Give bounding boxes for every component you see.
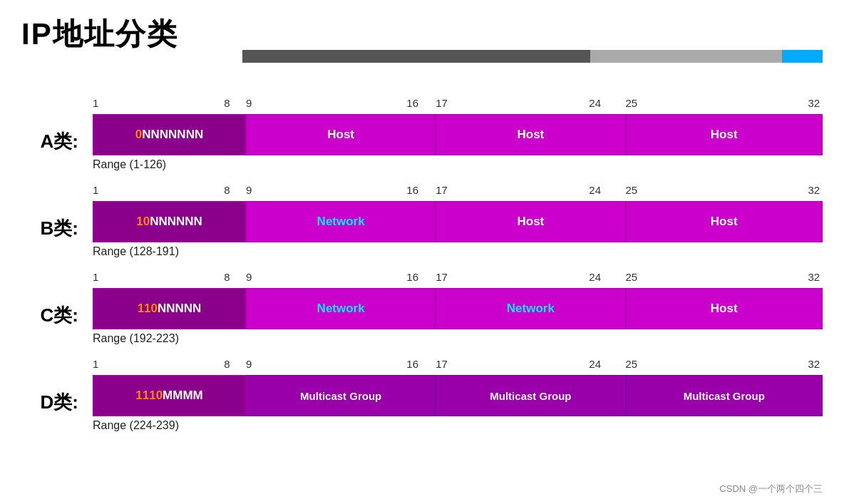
range-label-2: Range (192-223) — [93, 332, 823, 345]
bit-num: 24 — [589, 97, 601, 109]
segment-3-1: Multicast Group — [246, 375, 436, 416]
class-diagram-1: 189161724253210NNNNNNNetworkHostHostRang… — [93, 184, 823, 264]
bit-num: 32 — [808, 97, 820, 109]
bit-num: 8 — [224, 358, 230, 370]
segment-2-0: 110NNNNN — [93, 288, 246, 329]
segment-0-2: Host — [436, 114, 625, 155]
bit-num: 24 — [589, 358, 601, 370]
prefix-text: 110 — [138, 302, 158, 316]
suffix-text: MMMM — [163, 389, 203, 403]
bit-num: 1 — [93, 97, 98, 109]
bit-num: 25 — [626, 184, 638, 196]
segments-row-0: 0NNNNNNNHostHostHost — [93, 114, 823, 155]
class-label-3: D类: — [21, 390, 93, 415]
bit-num: 8 — [224, 97, 230, 109]
bit-num: 16 — [406, 271, 418, 283]
bit-numbers-2: 1891617242532 — [93, 271, 823, 285]
top-bar-dark — [242, 50, 590, 63]
bit-num: 1 — [93, 358, 98, 370]
bit-num: 25 — [626, 358, 638, 370]
bit-num: 1 — [93, 184, 98, 196]
range-label-3: Range (224-239) — [93, 419, 823, 432]
bit-num: 32 — [808, 184, 820, 196]
segment-3-2: Multicast Group — [436, 375, 625, 416]
top-bar-light — [590, 50, 782, 63]
main-content: A类:18916172425320NNNNNNNHostHostHostRang… — [21, 97, 823, 438]
suffix-text: NNNNN — [158, 302, 201, 316]
bit-num: 16 — [406, 184, 418, 196]
bit-num: 25 — [626, 97, 638, 109]
segments-row-3: 1110MMMMMulticast GroupMulticast GroupMu… — [93, 375, 823, 416]
bit-num: 8 — [224, 271, 230, 283]
segment-3-0: 1110MMMM — [93, 375, 246, 416]
segments-row-2: 110NNNNNNetworkNetworkHost — [93, 288, 823, 329]
prefix-text: 1110 — [135, 389, 163, 403]
watermark: CSDN @一个两个四个三 — [719, 483, 823, 495]
segment-1-0: 10NNNNNN — [93, 201, 246, 242]
segment-0-3: Host — [626, 114, 823, 155]
class-label-1: B类: — [21, 216, 93, 241]
suffix-text: NNNNNNN — [142, 128, 203, 142]
segment-2-1: Network — [246, 288, 436, 329]
bit-num: 9 — [246, 358, 252, 370]
bit-numbers-1: 1891617242532 — [93, 184, 823, 198]
top-bar — [242, 50, 823, 63]
top-bar-blue — [782, 50, 823, 63]
segment-3-3: Multicast Group — [626, 375, 823, 416]
page-container: IP地址分类 A类:18916172425320NNNNNNNHostHostH… — [0, 0, 844, 504]
bit-numbers-3: 1891617242532 — [93, 358, 823, 372]
class-diagram-2: 1891617242532110NNNNNNetworkNetworkHostR… — [93, 271, 823, 351]
bit-num: 24 — [589, 271, 601, 283]
range-label-1: Range (128-191) — [93, 245, 823, 258]
class-diagram-0: 18916172425320NNNNNNNHostHostHostRange (… — [93, 97, 823, 177]
class-label-0: A类: — [21, 129, 93, 154]
page-title: IP地址分类 — [21, 14, 823, 54]
bit-num: 16 — [406, 97, 418, 109]
bit-num: 32 — [808, 358, 820, 370]
bit-num: 9 — [246, 97, 252, 109]
bit-num: 9 — [246, 184, 252, 196]
range-label-0: Range (1-126) — [93, 158, 823, 171]
ip-class-section-0: A类:18916172425320NNNNNNNHostHostHostRang… — [21, 97, 823, 177]
segment-0-1: Host — [246, 114, 436, 155]
segment-1-2: Host — [436, 201, 625, 242]
bit-num: 8 — [224, 184, 230, 196]
class-diagram-3: 18916172425321110MMMMMulticast GroupMult… — [93, 358, 823, 438]
bit-num: 16 — [406, 358, 418, 370]
segment-2-2: Network — [436, 288, 625, 329]
prefix-text: 0 — [135, 128, 142, 142]
bit-num: 17 — [436, 271, 448, 283]
segment-1-1: Network — [246, 201, 436, 242]
ip-class-section-3: D类:18916172425321110MMMMMulticast GroupM… — [21, 358, 823, 438]
ip-class-section-2: C类:1891617242532110NNNNNNetworkNetworkHo… — [21, 271, 823, 351]
segments-row-1: 10NNNNNNNetworkHostHost — [93, 201, 823, 242]
bit-num: 25 — [626, 271, 638, 283]
segment-2-3: Host — [626, 288, 823, 329]
bit-num: 24 — [589, 184, 601, 196]
class-label-2: C类: — [21, 303, 93, 328]
bit-num: 1 — [93, 271, 98, 283]
bit-numbers-0: 1891617242532 — [93, 97, 823, 111]
suffix-text: NNNNNN — [150, 215, 202, 229]
bit-num: 9 — [246, 271, 252, 283]
prefix-text: 10 — [136, 215, 150, 229]
bit-num: 17 — [436, 97, 448, 109]
bit-num: 17 — [436, 184, 448, 196]
segment-0-0: 0NNNNNNN — [93, 114, 246, 155]
ip-class-section-1: B类:189161724253210NNNNNNNetworkHostHostR… — [21, 184, 823, 264]
bit-num: 32 — [808, 271, 820, 283]
segment-1-3: Host — [626, 201, 823, 242]
bit-num: 17 — [436, 358, 448, 370]
